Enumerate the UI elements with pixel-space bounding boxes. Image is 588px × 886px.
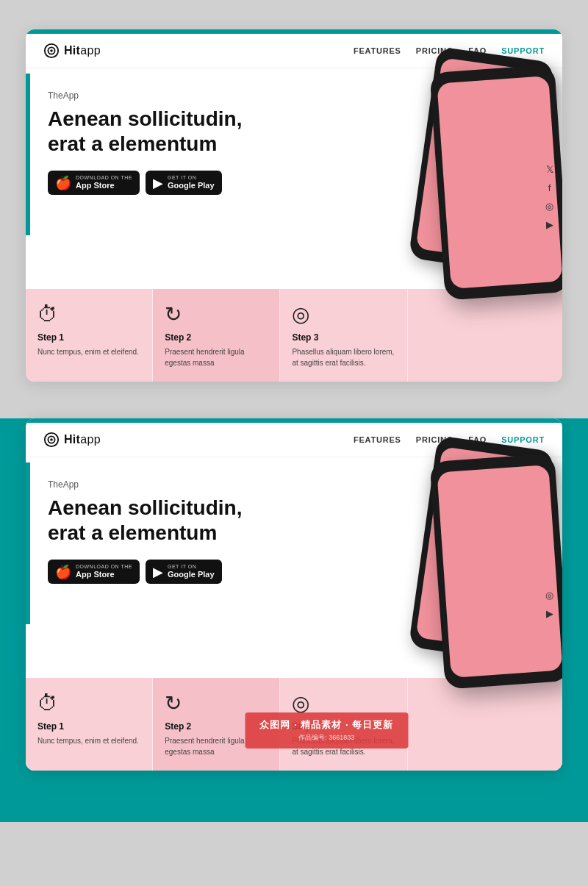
step-1-icon: ⏱ xyxy=(37,302,140,326)
watermark-sub: 作品编号: 3661833 xyxy=(259,733,393,743)
second-steps-placeholder xyxy=(408,678,562,771)
twitter-icon[interactable]: 𝕏 xyxy=(545,164,553,175)
second-instagram-icon[interactable]: ◎ xyxy=(545,590,553,601)
step-3-card: ◎ Step 3 Phasellus aliquam libero lorem,… xyxy=(280,289,407,382)
second-logo-text: Hitapp xyxy=(64,433,101,446)
second-phone-mockups xyxy=(327,435,562,678)
step-2-label: Step 2 xyxy=(165,332,268,343)
phone-mockups xyxy=(327,46,562,289)
svg-point-5 xyxy=(51,439,52,440)
second-phone-front-screen xyxy=(437,465,562,678)
step-1-card: ⏱ Step 1 Nunc tempus, enim et eleifend. xyxy=(26,289,153,382)
svg-point-2 xyxy=(51,50,52,51)
googleplay-text: GET IT ON Google Play xyxy=(168,175,215,190)
second-appstore-text: Download on the App Store xyxy=(76,564,132,579)
bottom-section: Hitapp FEATURES PRICING FAQ SUPPORT TheA… xyxy=(0,418,588,822)
second-hero-title: Aenean sollicitudin, erat a elementum xyxy=(48,496,321,545)
step-2-desc: Praesent hendrerit ligula egestas massa xyxy=(165,346,268,368)
top-accent xyxy=(26,29,562,34)
steps-section: ⏱ Step 1 Nunc tempus, enim et eleifend. … xyxy=(26,289,562,382)
hero-section: TheApp Aenean sollicitudin, erat a eleme… xyxy=(26,68,562,274)
second-logo: Hitapp xyxy=(43,432,101,448)
second-step-1-card: ⏱ Step 1 Nunc tempus, enim et eleifend. xyxy=(26,678,153,771)
step-3-icon: ◎ xyxy=(292,302,395,326)
second-hero-content: TheApp Aenean sollicitudin, erat a eleme… xyxy=(48,479,321,663)
youtube-icon[interactable]: ▶ xyxy=(545,219,553,230)
play-icon: ▶ xyxy=(153,176,163,190)
top-card: Hitapp FEATURES PRICING FAQ SUPPORT TheA… xyxy=(26,29,562,382)
second-youtube-icon[interactable]: ▶ xyxy=(545,608,553,619)
logo-icon xyxy=(43,43,60,59)
second-appstore-button[interactable]: 🍎 Download on the App Store xyxy=(48,560,140,584)
facebook-icon[interactable]: f xyxy=(545,182,553,193)
step-3-desc: Phasellus aliquam libero lorem, at sagit… xyxy=(292,346,395,368)
second-step-1-icon: ⏱ xyxy=(37,691,140,715)
apple-icon: 🍎 xyxy=(55,176,71,190)
second-play-icon: ▶ xyxy=(153,565,163,579)
store-buttons: 🍎 Download on the App Store ▶ GET IT ON xyxy=(48,171,321,195)
watermark-main: 众图网 · 精品素材 · 每日更新 xyxy=(259,718,393,732)
phone-front-screen xyxy=(437,76,562,289)
hero-eyebrow: TheApp xyxy=(48,90,321,101)
googleplay-button[interactable]: ▶ GET IT ON Google Play xyxy=(146,171,222,195)
second-googleplay-button[interactable]: ▶ GET IT ON Google Play xyxy=(146,560,222,584)
phone-front xyxy=(429,64,562,300)
appstore-text: Download on the App Store xyxy=(76,175,132,190)
second-googleplay-text: GET IT ON Google Play xyxy=(168,564,215,579)
instagram-icon[interactable]: ◎ xyxy=(545,201,553,212)
second-hero-eyebrow: TheApp xyxy=(48,479,321,490)
second-step-1-label: Step 1 xyxy=(37,721,140,732)
step-2-icon: ↻ xyxy=(165,302,268,326)
second-step-1-desc: Nunc tempus, enim et eleifend. xyxy=(37,735,140,746)
second-social-bar: ◎ ▶ xyxy=(545,590,553,619)
logo-text: Hitapp xyxy=(64,44,101,57)
step-1-desc: Nunc tempus, enim et eleifend. xyxy=(37,346,140,357)
step-2-card: ↻ Step 2 Praesent hendrerit ligula egest… xyxy=(153,289,280,382)
second-hero: TheApp Aenean sollicitudin, erat a eleme… xyxy=(26,457,562,663)
steps-placeholder xyxy=(408,289,562,382)
hero-title: Aenean sollicitudin, erat a elementum xyxy=(48,107,321,156)
second-top-accent xyxy=(26,418,562,423)
watermark: 众图网 · 精品素材 · 每日更新 作品编号: 3661833 xyxy=(245,712,408,749)
hero-content: TheApp Aenean sollicitudin, erat a eleme… xyxy=(48,90,321,274)
second-store-buttons: 🍎 Download on the App Store ▶ GET IT ON … xyxy=(48,560,321,584)
logo: Hitapp xyxy=(43,43,101,59)
second-logo-icon xyxy=(43,432,60,448)
second-phone-front xyxy=(429,453,562,689)
step-3-label: Step 3 xyxy=(292,332,395,343)
second-apple-icon: 🍎 xyxy=(55,565,71,579)
appstore-button[interactable]: 🍎 Download on the App Store xyxy=(48,171,140,195)
step-1-label: Step 1 xyxy=(37,332,140,343)
social-bar: 𝕏 f ◎ ▶ xyxy=(545,164,553,230)
